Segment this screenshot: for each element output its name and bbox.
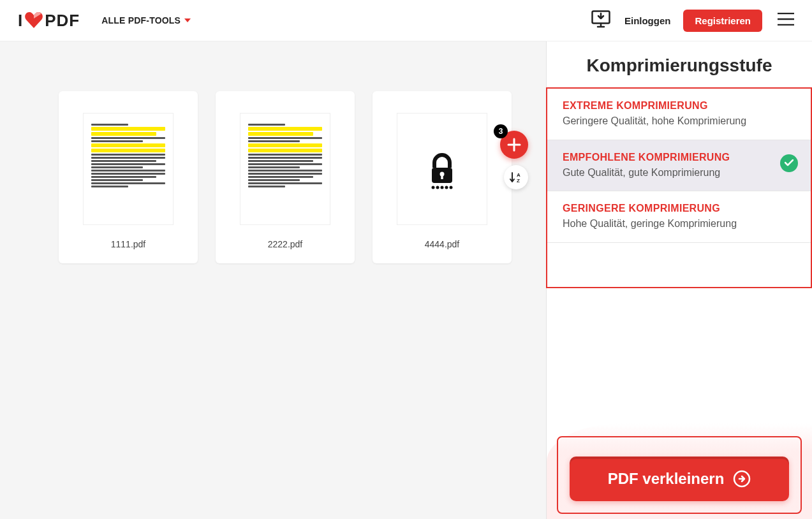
monitor-download-icon (591, 10, 610, 28)
nav-all-tools[interactable]: ALLE PDF-TOOLS (101, 15, 191, 26)
logo-letter-i: I (18, 11, 23, 31)
file-thumbnail (83, 113, 173, 225)
compression-options: EXTREME KOMPRIMIERUNG Geringere Qualität… (546, 87, 812, 288)
sort-az-icon: A Z (509, 172, 523, 183)
option-title: GERINGERE KOMPRIMIERUNG (563, 203, 795, 214)
options-sidebar: Komprimierungsstufe EXTREME KOMPRIMIERUN… (546, 41, 812, 519)
file-card[interactable]: 4444.pdf (373, 91, 512, 263)
svg-point-8 (450, 186, 453, 189)
file-canvas: 1111.pdf 2222.pdf (0, 41, 546, 519)
logo-text-pdf: PDF (45, 11, 80, 31)
file-thumbnail (240, 113, 330, 225)
file-card[interactable]: 2222.pdf (216, 91, 355, 263)
logo[interactable]: I PDF (18, 11, 80, 31)
compression-option-extreme[interactable]: EXTREME KOMPRIMIERUNG Geringere Qualität… (547, 89, 811, 140)
options-spacer (547, 242, 811, 287)
file-count-badge: 3 (494, 124, 508, 138)
svg-rect-3 (441, 174, 443, 179)
svg-text:Z: Z (517, 178, 520, 183)
file-name-label: 2222.pdf (268, 239, 303, 249)
svg-point-5 (436, 186, 439, 189)
svg-point-7 (445, 186, 448, 189)
app-header: I PDF ALLE PDF-TOOLS Einloggen Registrie… (0, 0, 812, 41)
sort-files-button[interactable]: A Z (504, 165, 528, 189)
menu-button[interactable] (778, 13, 794, 28)
nav-all-tools-label: ALLE PDF-TOOLS (101, 15, 181, 26)
compress-pdf-label: PDF verkleinern (608, 470, 725, 488)
compression-option-recommended[interactable]: EMPFOHLENE KOMPRIMIERUNG Gute Qualität, … (547, 140, 811, 191)
add-files-button[interactable]: 3 (500, 131, 528, 159)
action-highlight-box: PDF verkleinern (557, 436, 802, 514)
svg-text:A: A (517, 172, 520, 178)
option-title: EMPFOHLENE KOMPRIMIERUNG (563, 152, 795, 163)
arrow-right-circle-icon (733, 470, 751, 488)
heart-icon (24, 12, 43, 29)
login-link[interactable]: Einloggen (624, 15, 671, 26)
plus-icon (507, 138, 521, 152)
svg-point-4 (432, 186, 435, 189)
option-desc: Hohe Qualität, geringe Komprimierung (563, 217, 795, 231)
selected-check-icon (780, 154, 798, 172)
option-desc: Geringere Qualität, hohe Komprimierung (563, 114, 795, 128)
sidebar-title: Komprimierungsstufe (547, 41, 812, 87)
file-list: 1111.pdf 2222.pdf (59, 91, 546, 263)
option-desc: Gute Qualität, gute Komprimierung (563, 166, 795, 180)
caret-down-icon (184, 18, 191, 22)
download-desktop-button[interactable] (591, 10, 610, 31)
compression-option-low[interactable]: GERINGERE KOMPRIMIERUNG Hohe Qualität, g… (547, 191, 811, 242)
lock-icon (424, 152, 460, 191)
option-title: EXTREME KOMPRIMIERUNG (563, 100, 795, 112)
action-area: PDF verkleinern (547, 423, 812, 519)
register-button[interactable]: Registrieren (683, 10, 762, 32)
svg-point-6 (441, 186, 444, 189)
file-card[interactable]: 1111.pdf (59, 91, 198, 263)
file-thumbnail-locked (397, 113, 487, 225)
hamburger-icon (778, 13, 794, 26)
file-name-label: 4444.pdf (425, 239, 460, 249)
file-name-label: 1111.pdf (111, 239, 146, 249)
compress-pdf-button[interactable]: PDF verkleinern (570, 457, 789, 501)
